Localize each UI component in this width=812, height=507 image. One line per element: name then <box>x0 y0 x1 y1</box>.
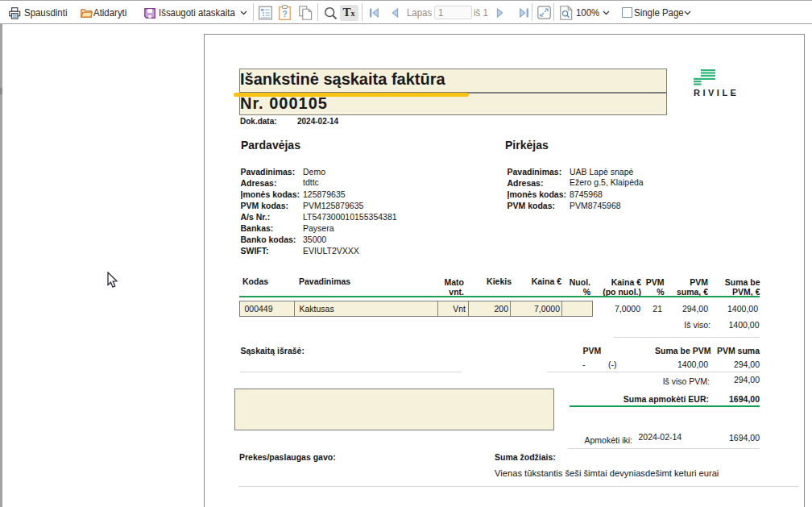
svg-text:RIVILE: RIVILE <box>694 88 736 98</box>
svg-text:?: ? <box>282 10 287 19</box>
